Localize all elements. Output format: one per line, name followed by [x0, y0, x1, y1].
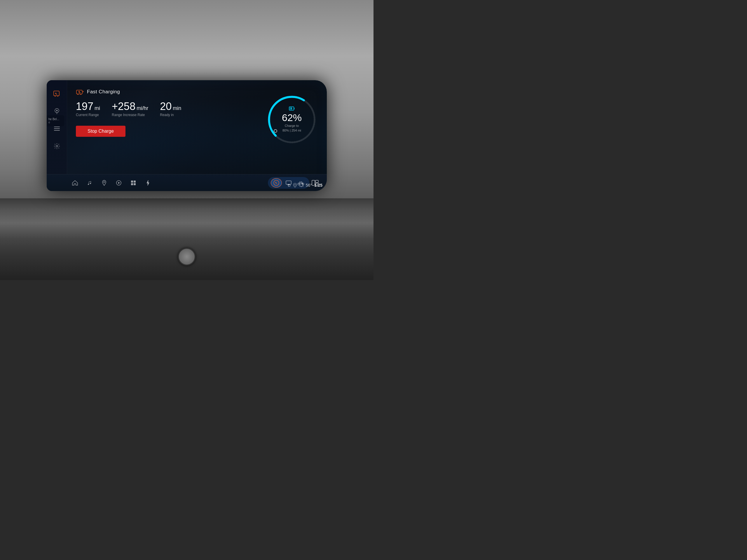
battery-charging-icon — [289, 106, 295, 112]
fast-charging-car-icon — [76, 88, 84, 96]
status-bell-icon — [300, 183, 304, 188]
home-nav-icon[interactable] — [69, 177, 81, 189]
bottom-nav-bar: D 56° 1:25 — [47, 174, 327, 191]
charging-stats-row: 197mi Current Range +258mi/hr Range Incr… — [76, 101, 254, 117]
svg-point-5 — [56, 145, 58, 147]
fast-charging-label: Fast Charging — [87, 89, 120, 95]
map-nav-icon[interactable] — [98, 177, 110, 189]
drive-mode-label: D — [288, 183, 290, 188]
range-rate-stat: +258mi/hr Range Increase Rate — [112, 101, 148, 117]
music-nav-icon[interactable] — [83, 177, 96, 189]
sidebar-settings-icon[interactable] — [52, 141, 61, 151]
charge-to-label: Charge to 80% | 254 mi — [282, 124, 301, 133]
charge-percentage: 62% — [282, 113, 302, 123]
left-panel-text2: e — [48, 121, 62, 124]
svg-rect-3 — [54, 128, 60, 129]
status-time: 1:25 — [314, 183, 323, 188]
ready-in-value: 20min — [160, 101, 181, 112]
main-content-area: Fast Charging 197mi Current Range +258mi… — [69, 80, 263, 174]
current-range-value: 197mi — [76, 101, 100, 112]
nav-left-group — [50, 177, 268, 189]
dashboard-bezel — [0, 198, 374, 280]
gauge-start-dot — [274, 130, 277, 132]
svg-point-1 — [56, 110, 57, 111]
status-location-icon — [293, 183, 297, 188]
charging-header: Fast Charging — [76, 88, 254, 96]
gauge-center-text: 62% Charge to 80% | 254 mi — [282, 106, 302, 133]
battery-gauge-area: 62% Charge to 80% | 254 mi — [263, 89, 321, 150]
sidebar-location-icon[interactable] — [52, 106, 61, 116]
status-temperature: 56° — [306, 183, 312, 188]
status-bar: D 56° 1:25 — [288, 183, 323, 188]
svg-rect-15 — [131, 183, 133, 185]
svg-rect-9 — [294, 108, 294, 109]
dashboard-background: he Bel... e Fast Charging 197mi — [0, 0, 374, 280]
ev-active-nav-icon[interactable] — [271, 178, 282, 188]
svg-rect-4 — [54, 130, 60, 131]
current-range-stat: 197mi Current Range — [76, 101, 100, 117]
ready-in-stat: 20min Ready in — [160, 101, 181, 117]
current-range-label: Current Range — [76, 113, 100, 117]
apps-nav-icon[interactable] — [127, 177, 140, 189]
svg-rect-2 — [54, 127, 60, 127]
svg-rect-13 — [131, 181, 133, 183]
left-panel-hint: he Bel... e — [47, 115, 64, 126]
sidebar-charging-icon[interactable] — [52, 89, 61, 98]
stop-charge-button[interactable]: Stop Charge — [76, 126, 126, 137]
svg-point-24 — [294, 184, 295, 186]
left-panel-text1: he Bel... — [48, 117, 62, 121]
infotainment-screen: he Bel... e Fast Charging 197mi — [47, 80, 327, 191]
svg-rect-14 — [134, 181, 136, 183]
charge-nav-icon[interactable] — [141, 177, 154, 189]
ignition-knob[interactable] — [178, 248, 196, 265]
range-rate-label: Range Increase Rate — [112, 113, 148, 117]
svg-rect-22 — [315, 180, 318, 183]
svg-point-17 — [274, 180, 279, 186]
play-nav-icon[interactable] — [112, 177, 125, 189]
ready-in-label: Ready in — [160, 113, 181, 117]
svg-rect-16 — [134, 183, 136, 185]
range-rate-value: +258mi/hr — [112, 101, 148, 112]
svg-point-11 — [104, 181, 105, 183]
